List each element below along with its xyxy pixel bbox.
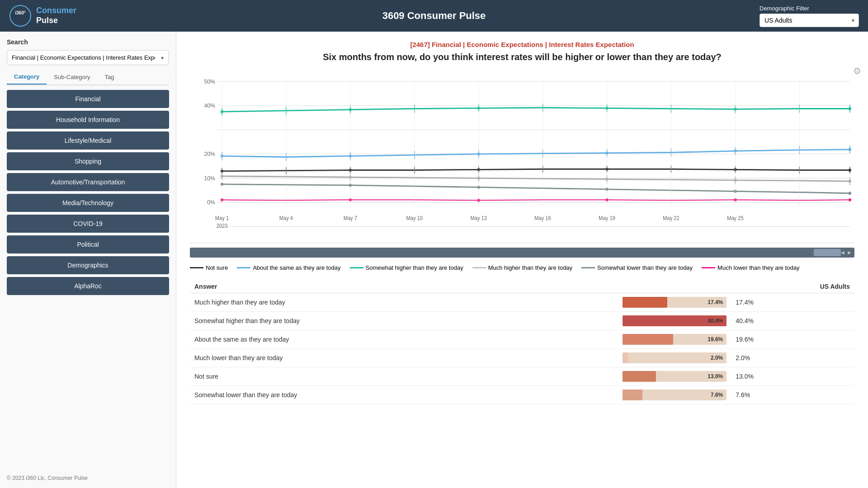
svg-text:2023: 2023 (217, 222, 228, 229)
bar-label: 2.0% (711, 355, 723, 361)
answer-cell: Much lower than they are today (190, 349, 618, 367)
bar-cell: 40.4% (618, 312, 731, 330)
answer-cell: Much higher than they are today (190, 293, 618, 312)
svg-point-82 (849, 192, 851, 195)
demo-filter-select[interactable]: US Adults Men Women 18-34 35-54 55+ (760, 14, 859, 27)
svg-text:May 4: May 4 (279, 215, 293, 221)
svg-text:May 25: May 25 (727, 215, 744, 221)
question-id-text: [2467] Financial | Economic Expectations… (410, 41, 634, 48)
value-cell: 19.6% (731, 330, 854, 349)
bar-label: 19.6% (708, 336, 723, 343)
legend-line-somewhat-higher (350, 267, 363, 268)
scrollbar-arrow[interactable]: ◄ ► (840, 249, 852, 256)
svg-text:May 22: May 22 (663, 215, 679, 221)
svg-point-64 (849, 169, 851, 172)
bar-fill (623, 334, 673, 345)
table-row: Not sure 13.0% 13.0% (190, 367, 854, 386)
category-alpharoc[interactable]: AlphaRoc (7, 277, 169, 295)
logo-text: Consumer Pulse (36, 6, 76, 25)
svg-text:50%: 50% (204, 78, 215, 85)
category-shopping[interactable]: Shopping (7, 152, 169, 170)
bar-cell: 17.4% (618, 293, 731, 312)
legend-somewhat-higher: Somewhat higher than they are today (350, 264, 463, 271)
legend-about-same: About the same as they are today (237, 264, 340, 271)
table-row: Much lower than they are today 2.0% 2.0% (190, 349, 854, 367)
sidebar: Search Financial | Economic Expectations… (0, 32, 176, 488)
bar-bg: 40.4% (623, 315, 726, 326)
legend-label-not-sure: Not sure (206, 264, 228, 271)
bar-cell: 19.6% (618, 330, 731, 349)
svg-text:20%: 20% (204, 150, 215, 158)
chart-svg: 50% 40% 20% 10% 0% (190, 71, 854, 243)
question-id: [2467] Financial | Economic Expectations… (190, 41, 854, 48)
bar-bg: 17.4% (623, 297, 726, 308)
legend-line-not-sure (190, 267, 203, 268)
bar-cell: 7.6% (618, 386, 731, 404)
bar-fill (623, 371, 656, 382)
svg-point-30 (849, 107, 851, 110)
category-demographics[interactable]: Demographics (7, 256, 169, 274)
legend-somewhat-lower: Somewhat lower than they are today (581, 264, 693, 271)
table-row: Somewhat lower than they are today 7.6% … (190, 386, 854, 404)
svg-text:May 7: May 7 (344, 215, 357, 221)
tab-row: Category Sub-Category Tag (7, 70, 169, 85)
bar-fill (623, 389, 642, 400)
bar-label: 40.4% (708, 318, 723, 324)
legend-label-about-same: About the same as they are today (253, 264, 340, 271)
tab-subcategory[interactable]: Sub-Category (47, 70, 97, 84)
bar-cell: 13.0% (618, 367, 731, 386)
svg-text:May 1: May 1 (215, 215, 229, 221)
demo-filter-label: Demographic Filter (760, 5, 859, 12)
bar-label: 17.4% (708, 299, 723, 305)
value-cell: 17.4% (731, 293, 854, 312)
bar-bg: 7.6% (623, 389, 726, 400)
category-lifestyle[interactable]: Lifestyle/Medical (7, 131, 169, 150)
category-political[interactable]: Political (7, 235, 169, 253)
svg-text:May 13: May 13 (470, 215, 487, 221)
tab-category[interactable]: Category (7, 70, 47, 84)
tab-tag[interactable]: Tag (98, 70, 122, 84)
svg-text:40%: 40% (204, 102, 215, 109)
bar-bg: 2.0% (623, 352, 726, 363)
category-covid[interactable]: COVID-19 (7, 215, 169, 233)
bar-fill (623, 352, 627, 363)
chart-scrollbar[interactable]: ◄ ► (190, 248, 854, 258)
chart-legend: Not sure About the same as they are toda… (190, 264, 854, 271)
bar-label: 13.0% (708, 373, 723, 380)
search-select[interactable]: Financial | Economic Expectations | Inte… (7, 50, 169, 65)
svg-text:May 19: May 19 (599, 215, 615, 221)
header: i360° Consumer Pulse 3609 Consumer Pulse… (0, 0, 868, 32)
search-select-wrapper[interactable]: Financial | Economic Expectations | Inte… (7, 50, 169, 65)
svg-point-88 (849, 198, 851, 202)
answer-cell: Somewhat higher than they are today (190, 312, 618, 330)
legend-much-higher: Much higher than they are today (472, 264, 572, 271)
sidebar-footer: © 2023 i360 Llc, Consumer Pulse (7, 470, 169, 481)
bar-bg: 19.6% (623, 334, 726, 345)
logo-area: i360° Consumer Pulse (9, 5, 76, 27)
legend-label-somewhat-higher: Somewhat higher than they are today (366, 264, 463, 271)
legend-not-sure: Not sure (190, 264, 228, 271)
value-cell: 2.0% (731, 349, 854, 367)
answer-cell: Somewhat lower than they are today (190, 386, 618, 404)
answer-cell: Not sure (190, 367, 618, 386)
main-layout: Search Financial | Economic Expectations… (0, 32, 868, 488)
svg-point-47 (849, 148, 851, 151)
category-media[interactable]: Media/Technology (7, 194, 169, 212)
category-household[interactable]: Household Information (7, 111, 169, 129)
question-text: Six months from now, do you think intere… (190, 52, 854, 62)
legend-label-much-lower: Much lower than they are today (717, 264, 799, 271)
category-financial[interactable]: Financial (7, 90, 169, 108)
content-area: [2467] Financial | Economic Expectations… (176, 32, 868, 488)
bar-fill (623, 297, 667, 308)
category-automotive[interactable]: Automotive/Transportation (7, 173, 169, 191)
logo-icon: i360° (9, 5, 32, 27)
svg-text:10%: 10% (204, 174, 215, 182)
table-row: About the same as they are today 19.6% 1… (190, 330, 854, 349)
legend-label-somewhat-lower: Somewhat lower than they are today (597, 264, 693, 271)
legend-label-much-higher: Much higher than they are today (488, 264, 572, 271)
legend-line-about-same (237, 267, 250, 268)
demo-filter-select-wrapper[interactable]: US Adults Men Women 18-34 35-54 55+ (760, 14, 859, 27)
header-title: 3609 Consumer Pulse (382, 10, 486, 22)
svg-text:May 10: May 10 (406, 215, 423, 221)
scrollbar-thumb[interactable] (814, 249, 841, 256)
